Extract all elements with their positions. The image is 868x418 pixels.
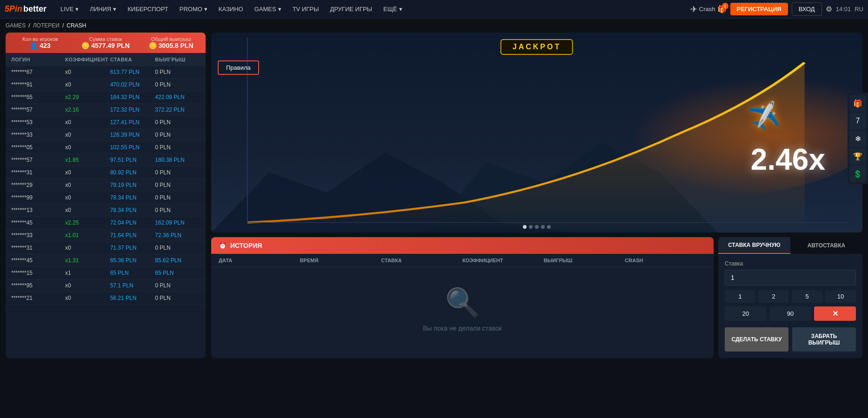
action-buttons: СДЕЛАТЬ СТАВКУ ЗАБРАТЬ ВЫИГРЫШ <box>725 327 856 352</box>
player-bet: 80.92 PLN <box>110 169 155 176</box>
col-header-win: ВЫИГРЫШ <box>155 57 200 62</box>
dot-1 <box>523 225 527 229</box>
nav-cybersport[interactable]: КИБЕРСПОРТ <box>123 0 173 19</box>
player-login: *******53 <box>11 119 65 126</box>
quick-btn-20[interactable]: 20 <box>725 306 767 321</box>
nav-liniya[interactable]: ЛИНИЯ ▾ <box>85 0 121 19</box>
sidebar-number-button[interactable]: 7 <box>849 113 866 129</box>
history-col-crash: CRASH <box>625 258 706 263</box>
language-selector[interactable]: RU <box>855 6 863 13</box>
player-bet: 72.04 PLN <box>110 219 155 226</box>
dot-5 <box>547 225 551 229</box>
player-win: 0 PLN <box>155 245 200 251</box>
players-panel: Кол-во игроков 👤 423 Сумма ставок 🪙 4577… <box>6 33 206 358</box>
logo-better: better <box>23 4 47 14</box>
player-bet: 172.32 PLN <box>110 106 155 113</box>
main-layout: Кол-во игроков 👤 423 Сумма ставок 🪙 4577… <box>0 33 868 364</box>
nav-promo[interactable]: PROMO ▾ <box>175 0 212 19</box>
player-win: 162.09 PLN <box>155 219 200 226</box>
breadcrumb-games[interactable]: GAMES <box>6 22 26 29</box>
bet-content: Ставка 1 2 5 10 20 90 ✕ СДЕЛАТЬ СТА <box>718 254 862 358</box>
jackpot-banner: JACKPOT <box>501 39 573 55</box>
nav-games[interactable]: GAMES ▾ <box>250 0 286 19</box>
player-bet: 78.34 PLN <box>110 207 155 213</box>
crash-curve <box>211 33 862 232</box>
make-bet-button[interactable]: СДЕЛАТЬ СТАВКУ <box>725 327 788 352</box>
sidebar-snowflake-button[interactable]: ❄ <box>849 130 866 147</box>
logo[interactable]: 5Pin better <box>5 4 47 14</box>
player-bet: 127.41 PLN <box>110 119 155 126</box>
tab-auto-bet[interactable]: АВТОСТАВКА <box>790 237 862 254</box>
table-row: *******33 x0 126.39 PLN 0 PLN <box>6 129 206 141</box>
quick-btn-90[interactable]: 90 <box>769 306 811 321</box>
sidebar-gift-button[interactable]: 🎁 <box>849 95 866 112</box>
nav-tv-games[interactable]: TV ИГРЫ <box>288 0 324 19</box>
player-login: *******29 <box>11 182 65 188</box>
table-row: *******55 x2.29 184.32 PLN 422.09 PLN <box>6 91 206 104</box>
player-coeff: x1.01 <box>65 232 110 239</box>
register-button[interactable]: РЕГИСТРАЦИЯ <box>730 3 788 15</box>
stat-wins: Общий выигрыш 🪙 3005.8 PLN <box>142 36 200 49</box>
player-coeff: x2.25 <box>65 219 110 226</box>
history-table-header: ДАТА ВРЕМЯ СТАВКА КОЭФФИЦИЕНТ ВЫИГРЫШ CR… <box>211 254 714 267</box>
sidebar-dollar-button[interactable]: 💲 <box>849 166 866 182</box>
rules-button[interactable]: Правила <box>218 60 259 75</box>
player-win: 0 PLN <box>155 169 200 176</box>
player-coeff: x0 <box>65 144 110 151</box>
clear-bet-button[interactable]: ✕ <box>814 306 856 321</box>
player-coeff: x0 <box>65 81 110 88</box>
player-win: 85.62 PLN <box>155 257 200 264</box>
plane-nav-icon: ✈ <box>690 4 697 14</box>
player-win: 372.22 PLN <box>155 106 200 113</box>
player-bet: 65.36 PLN <box>110 257 155 264</box>
player-win: 0 PLN <box>155 69 200 75</box>
bet-panel: СТАВКА ВРУЧНУЮ АВТОСТАВКА Ставка 1 2 5 1… <box>718 237 862 358</box>
breadcrumb-current: CRASH <box>67 22 86 29</box>
player-login: *******57 <box>11 157 65 163</box>
player-bet: 470.02 PLN <box>110 81 155 88</box>
quick-btn-10[interactable]: 10 <box>825 290 856 303</box>
curve-container <box>211 33 862 232</box>
player-win: 0 PLN <box>155 182 200 188</box>
player-coeff: x0 <box>65 245 110 251</box>
player-coeff: x0 <box>65 295 110 301</box>
history-header: ⏰ ИСТОРИЯ <box>211 237 714 254</box>
player-win: 0 PLN <box>155 295 200 301</box>
history-panel: ⏰ ИСТОРИЯ ДАТА ВРЕМЯ СТАВКА КОЭФФИЦИЕНТ … <box>211 237 714 358</box>
settings-button[interactable]: ⚙ <box>826 5 832 13</box>
history-title: ИСТОРИЯ <box>230 242 262 249</box>
nav-casino[interactable]: КАЗИНО <box>214 0 248 19</box>
nav-right-section: 🎁 1 РЕГИСТРАЦИЯ ВХОД ⚙ 14:01 RU <box>717 2 863 16</box>
sidebar-trophy-button[interactable]: 🏆 <box>849 148 866 165</box>
player-win: 0 PLN <box>155 282 200 289</box>
table-row: *******13 x0 78.34 PLN 0 PLN <box>6 204 206 217</box>
nav-more[interactable]: ЕЩЁ ▾ <box>379 0 407 19</box>
quick-btn-1[interactable]: 1 <box>725 290 755 303</box>
trophy-icon: 🪙 <box>149 42 157 49</box>
stat-bets: Сумма ставок 🪙 4577.49 PLN <box>77 36 135 49</box>
quick-btn-5[interactable]: 5 <box>792 290 822 303</box>
player-bet: 102.55 PLN <box>110 144 155 151</box>
take-win-button[interactable]: ЗАБРАТЬ ВЫИГРЫШ <box>792 327 856 352</box>
quick-btn-2[interactable]: 2 <box>758 290 789 303</box>
table-row: *******33 x1.01 71.64 PLN 72.36 PLN <box>6 229 206 242</box>
top-navigation: 5Pin better LIVE ▾ ЛИНИЯ ▾ КИБЕРСПОРТ PR… <box>0 0 868 19</box>
player-coeff: x0 <box>65 182 110 188</box>
player-coeff: x0 <box>65 119 110 126</box>
current-time: 14:01 <box>836 6 851 13</box>
nav-other-games[interactable]: ДРУГИЕ ИГРЫ <box>325 0 377 19</box>
gift-button[interactable]: 🎁 1 <box>717 5 727 13</box>
table-row: *******57 x2.16 172.32 PLN 372.22 PLN <box>6 104 206 116</box>
login-button[interactable]: ВХОД <box>792 2 822 16</box>
stake-input[interactable] <box>725 270 856 285</box>
breadcrumb-lotteries[interactable]: ЛОТЕРЕИ <box>33 22 60 29</box>
player-win: 65 PLN <box>155 270 200 276</box>
nav-live[interactable]: LIVE ▾ <box>56 0 83 19</box>
history-col-bet: СТАВКА <box>381 258 462 263</box>
game-navigation-dots <box>523 225 551 229</box>
empty-icon: 🔍 <box>445 286 480 319</box>
tab-manual-bet[interactable]: СТАВКА ВРУЧНУЮ <box>718 237 790 254</box>
quick-bet-buttons: 1 2 5 10 <box>725 290 856 303</box>
table-row: *******45 x2.25 72.04 PLN 162.09 PLN <box>6 217 206 229</box>
player-coeff: x0 <box>65 194 110 201</box>
